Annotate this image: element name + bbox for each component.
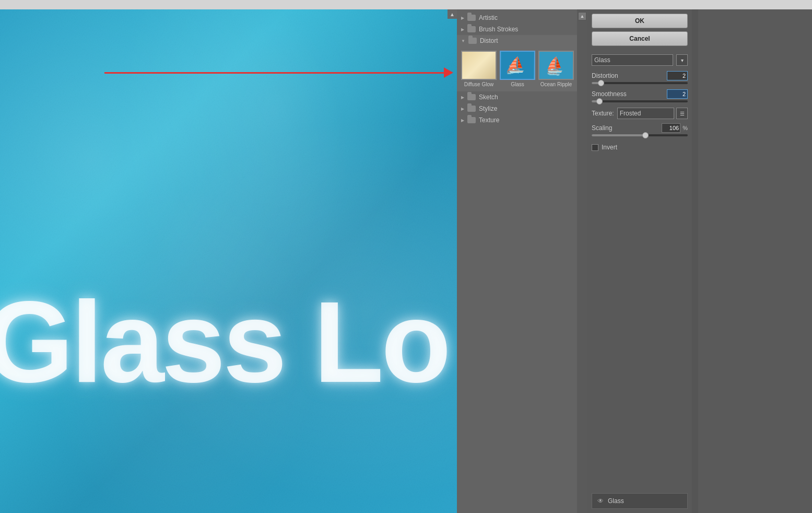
sidebar-item-label-stylize: Stylize [479,105,497,112]
folder-icon-distort [468,38,477,44]
chevron-right-icon-texture: ▶ [461,118,464,123]
scaling-row: Scaling % [592,123,688,137]
texture-label: Texture: [592,110,614,117]
filter-dropdown-container: Glass Diffuse Glow Ocean Ripple ▾ [592,54,688,66]
sidebar-item-label-texture: Texture [479,116,499,124]
expand-panel: ▲ [577,9,587,513]
effect-layer-panel: 👁 Glass [592,493,688,509]
smoothness-row: Smoothness [592,89,688,103]
chevron-right-icon-sketch: ▶ [461,95,464,100]
texture-dropdown[interactable]: Frosted Blocks Canvas Tiny Lens [617,108,674,119]
sidebar-item-distort[interactable]: ▼ Distort [457,35,577,46]
distortion-track [592,82,688,84]
sidebar-item-label-brush: Brush Strokes [479,26,518,33]
sidebar-item-distort-group: ▼ Distort Diffuse Glow [457,35,577,91]
canvas-area: Glass Lo ▲ [0,9,457,513]
distortion-row: Distortion [592,71,688,85]
folder-icon-brush [467,26,476,32]
settings-panel: OK Cancel Glass Diffuse Glow Ocean Rippl… [587,9,692,513]
dropdown-chevron-icon[interactable]: ▾ [676,54,688,66]
folder-icon-sketch [467,94,476,100]
sidebar-item-sketch[interactable]: ▶ Sketch [457,91,577,103]
sidebar-item-stylize[interactable]: ▶ Stylize [457,103,577,114]
scaling-fill [592,134,645,136]
svg-text:⛵: ⛵ [506,60,521,74]
chevron-right-icon-stylize: ▶ [461,107,464,111]
smoothness-thumb[interactable] [596,98,603,104]
texture-select-wrap: Frosted Blocks Canvas Tiny Lens ☰ [617,108,688,119]
sidebar-item-brush-strokes[interactable]: ▶ Brush Strokes [457,24,577,35]
eye-icon[interactable]: 👁 [596,497,605,505]
cancel-button[interactable]: Cancel [592,31,688,46]
ocean-thumb-svg: ⛵ [539,52,573,79]
sidebar-item-label-artistic: Artistic [479,14,498,21]
chevron-right-icon: ▶ [461,16,464,20]
filter-thumb-ocean-ripple[interactable]: ⛵ Ocean Ripple [538,51,574,87]
distortion-value[interactable] [667,71,688,80]
filter-dropdown[interactable]: Glass Diffuse Glow Ocean Ripple [592,54,673,66]
scaling-track [592,134,688,136]
action-buttons: OK Cancel [592,14,688,46]
sidebar-item-label-distort: Distort [480,37,498,44]
sidebar-item-texture[interactable]: ▶ Texture [457,114,577,126]
sidebar-item-artistic[interactable]: ▶ Artistic [457,12,577,24]
folder-icon-artistic [467,15,476,21]
expand-icon: ▲ [580,14,585,19]
folder-icon-stylize [467,106,476,112]
ok-button[interactable]: OK [592,14,688,28]
invert-checkbox[interactable] [592,144,598,151]
filter-list: ▶ Artistic ▶ Brush Strokes ▼ Distort [457,9,577,513]
distortion-thumb[interactable] [598,80,604,86]
canvas-image: Glass Lo [0,9,457,513]
invert-row: Invert [592,144,688,151]
right-panel: ▶ Artistic ▶ Brush Strokes ▼ Distort [457,9,812,513]
effect-name: Glass [608,497,624,505]
glass-thumb-svg: ⛵ [501,52,534,79]
svg-text:⛵: ⛵ [545,60,559,74]
distortion-label: Distortion [592,72,618,79]
scaling-label: Scaling [592,124,612,132]
thumb-label-diffuse-glow: Diffuse Glow [461,81,497,87]
arrow-head [444,67,453,78]
thumb-img-ocean-ripple: ⛵ [538,51,574,80]
thumb-label-glass: Glass [500,81,535,87]
filter-thumb-diffuse-glow[interactable]: Diffuse Glow [461,51,497,87]
canvas-scroll-arrow[interactable]: ▲ [448,9,457,19]
folder-icon-texture [467,117,476,123]
glass-text: Glass Lo [0,276,449,409]
scaling-thumb[interactable] [642,132,649,138]
smoothness-value[interactable] [667,89,688,99]
invert-label: Invert [602,144,617,151]
smoothness-label: Smoothness [592,90,627,98]
red-arrow [104,71,457,75]
texture-row: Texture: Frosted Blocks Canvas Tiny Lens… [592,108,688,119]
smoothness-track [592,100,688,102]
expand-button[interactable]: ▲ [578,12,586,20]
svg-rect-0 [0,9,457,513]
filter-thumbnails-section: Diffuse Glow [457,46,577,91]
thumb-img-glass: ⛵ [500,51,535,80]
arrow-line [104,72,444,74]
percent-unit: % [682,125,688,131]
thumb-label-ocean-ripple: Ocean Ripple [538,81,574,87]
scaling-value[interactable] [662,123,680,133]
filter-thumb-glass[interactable]: ⛵ Glass [500,51,535,87]
chevron-right-icon-brush: ▶ [461,27,464,32]
thumb-img-diffuse-glow [461,51,497,80]
vertical-scrollbar[interactable] [692,9,698,513]
texture-overlay [0,9,457,513]
texture-menu-icon[interactable]: ☰ [676,108,688,119]
sidebar-item-label-sketch: Sketch [479,94,498,101]
glass-background: Glass Lo [0,9,457,513]
main-layout: Glass Lo ▲ ▶ Artistic ▶ [0,9,812,513]
chevron-down-icon-distort: ▼ [461,39,465,43]
top-bar [0,0,812,9]
